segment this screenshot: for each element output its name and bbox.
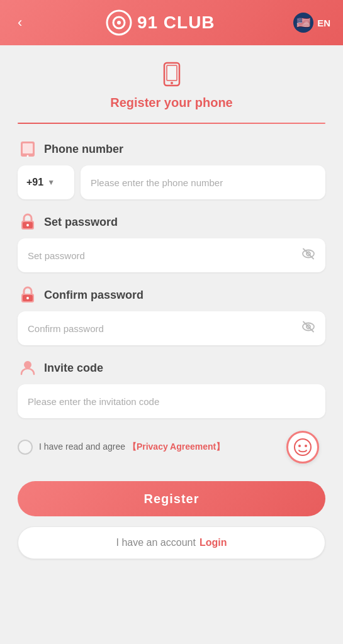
invite-label-text: Invite code [44, 362, 103, 375]
svg-point-8 [27, 155, 29, 157]
svg-point-11 [26, 224, 29, 226]
svg-point-17 [26, 297, 29, 299]
agreement-left: I have read and agree 【Privacy Agreement… [18, 440, 225, 455]
country-code-selector[interactable]: +91 ▼ [18, 165, 74, 199]
page-header: Register your phone [18, 60, 325, 110]
password-input-wrap [18, 238, 325, 272]
svg-point-23 [298, 445, 301, 447]
phone-row: +91 ▼ [18, 165, 325, 199]
logo: 91 CLUB [106, 9, 215, 36]
confirm-section-icon [18, 285, 38, 305]
confirm-input[interactable] [18, 311, 325, 345]
confirm-input-wrap [18, 311, 325, 345]
svg-rect-4 [167, 65, 177, 80]
chevron-down-icon: ▼ [47, 178, 55, 187]
phone-section-icon [18, 139, 38, 159]
login-row[interactable]: I have an account Login [18, 526, 325, 559]
invite-section-label: Invite code [18, 358, 325, 378]
header: ‹ 91 CLUB 🇺🇸 EN [0, 0, 343, 45]
password-label-text: Set password [44, 216, 118, 229]
confirm-label-text: Confirm password [44, 289, 143, 302]
svg-point-2 [117, 21, 121, 25]
language-selector[interactable]: 🇺🇸 EN [293, 13, 330, 33]
country-code-value: +91 [26, 177, 43, 188]
phone-label-text: Phone number [44, 143, 123, 156]
logo-text: 91 CLUB [137, 13, 215, 33]
privacy-link[interactable]: 【Privacy Agreement】 [128, 441, 225, 452]
logo-icon [106, 9, 132, 36]
invite-code-input[interactable] [18, 384, 325, 418]
agreement-row: I have read and agree 【Privacy Agreement… [18, 431, 325, 464]
login-prefix-text: I have an account [116, 537, 196, 548]
phone-icon [158, 60, 186, 91]
svg-point-22 [295, 439, 311, 455]
login-link[interactable]: Login [200, 537, 227, 548]
phone-section-label: Phone number [18, 139, 325, 159]
confirm-section-label: Confirm password [18, 285, 325, 305]
confirm-eye-icon[interactable] [301, 320, 315, 337]
password-eye-icon[interactable] [301, 247, 315, 264]
svg-point-21 [24, 361, 31, 369]
password-input[interactable] [18, 238, 325, 272]
page-title: Register your phone [110, 96, 232, 110]
register-button[interactable]: Register [18, 481, 325, 516]
agreement-text: I have read and agree 【Privacy Agreement… [39, 441, 225, 453]
svg-point-24 [305, 445, 307, 447]
agreement-checkbox[interactable] [18, 440, 33, 455]
back-button[interactable]: ‹ [13, 9, 27, 36]
password-section-icon [18, 212, 38, 232]
svg-rect-7 [23, 143, 33, 153]
phone-input[interactable] [81, 165, 325, 199]
language-label: EN [317, 18, 330, 28]
svg-point-5 [171, 82, 173, 84]
title-divider [18, 123, 325, 124]
invite-section-icon [18, 358, 38, 378]
chatbot-button[interactable] [286, 431, 319, 464]
page-content: Register your phone Phone number +91 ▼ S… [0, 45, 343, 644]
flag-icon: 🇺🇸 [293, 13, 313, 33]
password-section-label: Set password [18, 212, 325, 232]
